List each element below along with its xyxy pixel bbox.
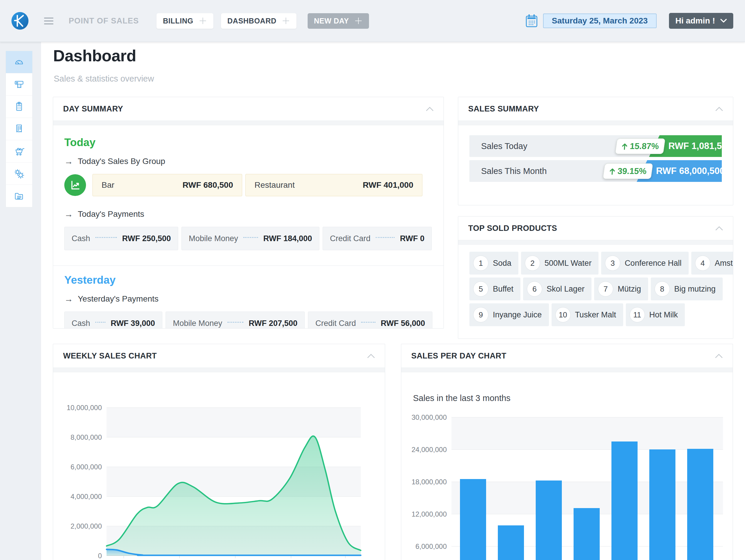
- arrow-right-icon: →: [64, 156, 73, 166]
- product-name: Amstel: [715, 259, 733, 268]
- sales-bar: [460, 479, 486, 560]
- user-greeting: Hi admin !: [675, 16, 715, 26]
- product-name: Conference Hall: [625, 259, 682, 268]
- product-name: Buffet: [493, 285, 513, 294]
- billing-button[interactable]: BILLING: [157, 13, 214, 29]
- product-chip-row: 1Soda2500ML Water3Conference Hall4Amstel: [469, 252, 722, 275]
- collapse-chevron-icon[interactable]: [715, 107, 723, 111]
- card-divider-band: [53, 120, 444, 125]
- arrow-up-icon: [609, 168, 616, 175]
- product-name: Big mutzing: [674, 285, 716, 294]
- sales-group-box: BarRWF 680,500: [93, 174, 242, 196]
- menu-toggle-icon[interactable]: [44, 18, 54, 24]
- product-rank-badge: 1: [473, 255, 488, 271]
- app-logo-icon[interactable]: [11, 12, 29, 30]
- sidebar-item-invoices[interactable]: [6, 118, 32, 140]
- plus-icon: [199, 17, 207, 25]
- sidebar-item-settings[interactable]: [6, 163, 32, 185]
- payment-box: Mobile MoneyRWF 184,000: [182, 227, 319, 250]
- payment-box: Credit CardRWF 56,000: [308, 312, 432, 328]
- top-bar: POINT OF SALES BILLING DASHBOARD NEW DAY: [0, 0, 745, 42]
- daily-chart-title: SALES PER DAY CHART: [411, 351, 506, 360]
- weekly-chart-title: WEEKLY SALES CHART: [63, 351, 157, 360]
- product-chip: 1Soda: [469, 252, 518, 275]
- sales-bar: [611, 442, 638, 560]
- brand-title: POINT OF SALES: [69, 16, 139, 26]
- y-axis-label: 4,000,000: [58, 493, 102, 501]
- dashboard-button-label: DASHBOARD: [227, 17, 277, 25]
- plus-icon: [282, 17, 290, 25]
- sales-bar: [498, 525, 524, 560]
- user-menu[interactable]: Hi admin !: [669, 13, 733, 29]
- y-axis-label: 12,000,000: [403, 510, 447, 518]
- billing-button-label: BILLING: [163, 17, 193, 25]
- product-rank-badge: 10: [555, 307, 571, 322]
- payment-name: Credit Card: [330, 234, 370, 243]
- group-name: Restaurant: [255, 180, 295, 190]
- date-picker[interactable]: Saturday 25, March 2023: [543, 13, 657, 28]
- product-chip: 7Mützig: [594, 278, 648, 301]
- weekly-sales-chart-card: WEEKLY SALES CHART 10,000,0008,000,0006,…: [53, 344, 385, 560]
- payment-box: Credit CardRWF 0: [323, 227, 432, 250]
- today-heading: Today: [64, 136, 432, 149]
- sales-summary-card: SALES SUMMARY Sales Today15.87%RWF 1,081…: [458, 97, 733, 205]
- payment-value: RWF 207,500: [249, 319, 297, 328]
- sales-group-box: RestaurantRWF 401,000: [246, 174, 422, 196]
- arrow-right-icon: →: [64, 294, 73, 304]
- sales-summary-row: Sales Today15.87%RWF 1,081,500: [469, 135, 722, 157]
- orders-icon: [13, 101, 25, 113]
- sidebar-item-dashboard[interactable]: [6, 51, 32, 73]
- sales-bar: [649, 449, 675, 560]
- sidebar-item-products[interactable]: [6, 140, 32, 163]
- new-day-button[interactable]: NEW DAY: [307, 13, 369, 29]
- collapse-chevron-icon[interactable]: [715, 354, 723, 358]
- daily-sales-chart-card: SALES PER DAY CHART Sales in the last 3 …: [401, 344, 733, 560]
- product-chip: 3Conference Hall: [601, 252, 689, 275]
- card-divider-band: [458, 240, 733, 245]
- collapse-chevron-icon[interactable]: [715, 226, 723, 231]
- chart-trend-icon: [64, 174, 86, 196]
- sales-row-label: Sales Today: [469, 141, 616, 151]
- product-rank-badge: 5: [473, 281, 488, 296]
- product-chip: 4Amstel: [691, 252, 733, 275]
- product-name: Inyange Juice: [493, 310, 542, 319]
- calendar-icon[interactable]: [525, 14, 538, 28]
- y-axis-label: 10,000,000: [58, 404, 102, 412]
- sidebar-item-orders[interactable]: [6, 96, 32, 118]
- y-axis-label: 0: [58, 552, 102, 560]
- grid-band: [451, 417, 723, 449]
- card-divider-band: [53, 368, 385, 372]
- sidebar-item-reports[interactable]: [6, 185, 32, 207]
- arrow-up-icon: [621, 143, 628, 150]
- top-products-card: TOP SOLD PRODUCTS 1Soda2500ML Water3Conf…: [458, 216, 733, 339]
- day-summary-title: DAY SUMMARY: [63, 104, 123, 113]
- product-rank-badge: 3: [605, 255, 620, 271]
- y-axis-label: 30,000,000: [403, 413, 447, 422]
- product-chip: 6Skol Lager: [523, 278, 591, 301]
- current-date: Saturday 25, March 2023: [552, 16, 648, 26]
- collapse-chevron-icon[interactable]: [367, 354, 375, 358]
- y-axis-label: 18,000,000: [403, 478, 447, 486]
- payment-value: RWF 0: [400, 234, 424, 243]
- percent-change-value: 39.15%: [617, 166, 647, 176]
- today-groups-label: → Today's Sales By Group: [64, 156, 432, 166]
- product-rank-badge: 6: [527, 281, 542, 296]
- sales-bar: [574, 508, 600, 560]
- payment-value: RWF 39,000: [111, 319, 155, 328]
- settings-icon: [13, 168, 25, 179]
- product-chip: 9Inyange Juice: [469, 303, 549, 326]
- product-name: 500ML Water: [545, 259, 591, 268]
- dotted-leader: [244, 237, 258, 238]
- sidebar-item-billing[interactable]: [6, 73, 32, 96]
- dashboard-button[interactable]: DASHBOARD: [221, 13, 296, 29]
- sales-bar: [687, 449, 713, 560]
- collapse-chevron-icon[interactable]: [426, 107, 433, 111]
- y-axis-label: 2,000,000: [58, 522, 102, 530]
- page-subtitle: Sales & statistics overview: [54, 74, 154, 83]
- yesterday-payments-label: → Yesterday's Payments: [64, 294, 432, 304]
- sales-by-group-row: BarRWF 680,500RestaurantRWF 401,000: [64, 174, 432, 196]
- payment-name: Mobile Money: [189, 234, 238, 243]
- payment-value: RWF 250,500: [122, 234, 171, 243]
- section-divider: [53, 266, 444, 266]
- payment-name: Cash: [72, 234, 90, 243]
